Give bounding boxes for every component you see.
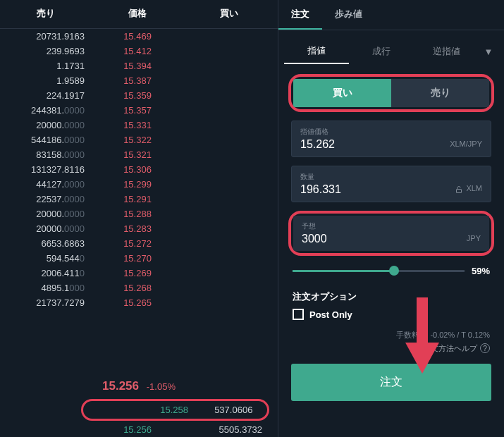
estimate-unit: JPY [467, 234, 481, 242]
ask-row[interactable]: 83158.000015.321 [0, 147, 278, 162]
estimate-label: 予想 [302, 221, 481, 231]
order-type-tabs: 指値 成行 逆指値 ▼ [278, 30, 504, 64]
tab-market[interactable]: 成行 [349, 39, 414, 63]
highlight-best-bid: 15.258537.0606 [81, 399, 269, 421]
highlight-estimate: 予想 3000 JPY [288, 211, 494, 256]
allocation-slider[interactable]: 59% [278, 256, 504, 279]
ask-row[interactable]: 4895.100015.268 [0, 281, 278, 295]
ask-row[interactable]: 6653.686315.272 [0, 236, 278, 251]
header-buy: 買い [183, 7, 275, 20]
bid-row[interactable]: 15.258537.0606 [83, 402, 267, 417]
order-panel: 注文 歩み値 指値 成行 逆指値 ▼ 買い 売り 指値価格 15.262 XLM… [278, 0, 504, 437]
tab-stop[interactable]: 逆指値 [414, 39, 479, 63]
price-label: 指値価格 [300, 127, 482, 137]
options-title: 注文オプション [293, 290, 490, 303]
price-unit: XLM/JPY [450, 140, 482, 148]
tab-limit[interactable]: 指値 [284, 39, 349, 64]
bid-row[interactable]: 15.2565505.3732 [0, 422, 278, 437]
chevron-down-icon[interactable]: ▼ [479, 47, 498, 57]
sell-button[interactable]: 売り [391, 79, 489, 107]
help-icon: ? [480, 343, 490, 353]
orderbook-bids: 15.258537.060615.2565505.3732 [0, 398, 278, 437]
price-field[interactable]: 指値価格 15.262 XLM/JPY [291, 121, 491, 157]
estimate-value: 3000 [302, 233, 327, 245]
qty-unit: XLM [455, 184, 482, 193]
ask-row[interactable]: 594.544015.270 [0, 251, 278, 266]
ask-row[interactable]: 22537.000015.291 [0, 192, 278, 207]
ask-row[interactable]: 1.173115.394 [0, 59, 278, 73]
orderbook-mid: 15.256 -1.05% [0, 372, 278, 398]
ask-row[interactable]: 20000.000015.288 [0, 207, 278, 221]
tab-history[interactable]: 歩み値 [322, 0, 375, 30]
qty-label: 数量 [300, 172, 482, 182]
ask-row[interactable]: 20000.000015.331 [0, 118, 278, 133]
ask-row[interactable]: 1.958915.387 [0, 73, 278, 88]
ask-row[interactable]: 44127.000015.299 [0, 177, 278, 192]
ask-row[interactable]: 544186.000015.322 [0, 133, 278, 147]
ask-row[interactable]: 20731.916315.469 [0, 29, 278, 44]
ask-row[interactable]: 131327.811615.306 [0, 162, 278, 177]
orderbook-rows: 20731.916315.469239.969315.4121.173115.3… [0, 29, 278, 372]
lock-icon [455, 185, 463, 194]
tab-order[interactable]: 注文 [278, 0, 322, 30]
submit-button[interactable]: 注文 [291, 364, 491, 401]
ask-row[interactable]: 20000.000015.283 [0, 221, 278, 236]
ask-row[interactable]: 2006.411015.269 [0, 266, 278, 281]
estimate-field[interactable]: 予想 3000 JPY [293, 216, 489, 251]
slider-percent: 59% [472, 266, 490, 276]
ask-row[interactable]: 224.191715.359 [0, 88, 278, 103]
side-buttons: 買い 売り [293, 79, 489, 107]
postonly-label: Post Only [309, 309, 352, 320]
help-link[interactable]: 注文方法ヘルプ? [278, 340, 504, 354]
top-tabs: 注文 歩み値 [278, 0, 504, 30]
order-options: 注文オプション Post Only [278, 279, 504, 324]
header-price: 価格 [92, 7, 183, 20]
postonly-checkbox[interactable] [293, 309, 304, 320]
qty-field[interactable]: 数量 196.331 XLM [291, 166, 491, 202]
mid-change: -1.05% [147, 381, 176, 392]
header-sell: 売り [0, 7, 92, 20]
svg-rect-0 [457, 189, 462, 192]
orderbook-panel: 売り 価格 買い 20731.916315.469239.969315.4121… [0, 0, 278, 437]
fee-text: 手数料 M -0.02% / T 0.12% [278, 324, 504, 340]
ask-row[interactable]: 244381.000015.357 [0, 103, 278, 118]
ask-row[interactable]: 21737.727915.265 [0, 295, 278, 310]
buy-button[interactable]: 買い [293, 79, 391, 107]
price-value: 15.262 [300, 138, 335, 151]
slider-thumb[interactable] [389, 266, 399, 276]
orderbook-header: 売り 価格 買い [0, 0, 278, 29]
qty-value: 196.331 [300, 183, 341, 196]
highlight-side: 買い 売り [288, 74, 494, 112]
mid-price: 15.256 [102, 379, 139, 393]
ask-row[interactable]: 239.969315.412 [0, 44, 278, 59]
